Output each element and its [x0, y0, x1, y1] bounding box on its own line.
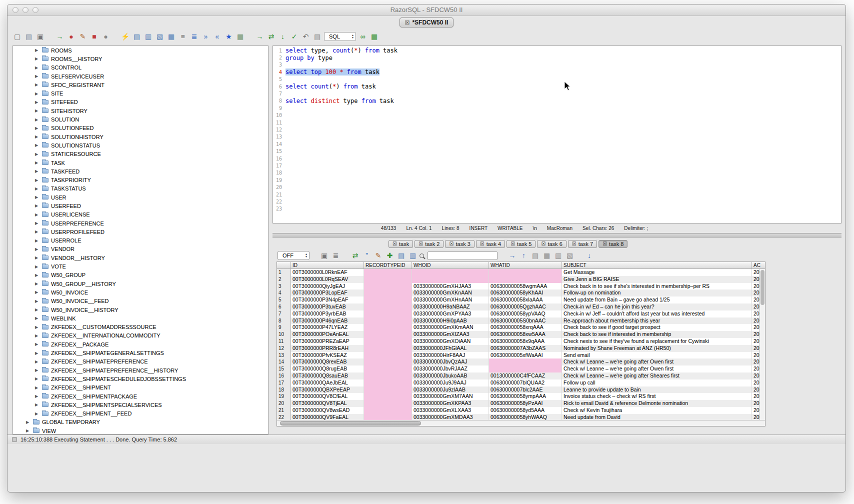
- indent-icon[interactable]: »: [201, 32, 210, 42]
- cell-whoid[interactable]: [412, 269, 489, 276]
- disclosure-triangle-icon[interactable]: ▶: [35, 412, 40, 416]
- tree-item-rooms[interactable]: ▶ROOMS: [13, 46, 268, 54]
- tree-item-selfserviceuser[interactable]: ▶SELFSERVICEUSER: [13, 72, 268, 80]
- cell-recordtypeid[interactable]: [364, 331, 412, 338]
- cell-id[interactable]: 00T3000000P3yrbEAB: [291, 310, 364, 318]
- cell-id[interactable]: 00T3000000L0RqSEAV: [291, 276, 364, 283]
- edit-cell-icon[interactable]: ✎: [374, 251, 383, 260]
- cell-whoid[interactable]: 0033000000HirF8AAJ: [412, 352, 489, 359]
- cell-id[interactable]: 00T3000000QV8TjEAL: [291, 400, 364, 407]
- cell-subject[interactable]: Check w/ Leanne – we're going after Owen…: [562, 366, 752, 372]
- cell-id[interactable]: 00T3000000PREZaEAP: [291, 338, 364, 345]
- cell-whatid[interactable]: 006300000058yPzAAI: [489, 400, 562, 407]
- disclosure-triangle-icon[interactable]: ▶: [35, 342, 40, 346]
- disclosure-triangle-icon[interactable]: ▶: [35, 376, 40, 381]
- tree-item-w50-invoice[interactable]: ▶W50_INVOICE: [13, 288, 268, 296]
- cell-subject[interactable]: Follow-up on nomination: [562, 290, 752, 296]
- max-rows-select[interactable]: OFF▴▾: [278, 251, 310, 260]
- save-results-icon[interactable]: ▣: [320, 251, 329, 260]
- disclosure-triangle-icon[interactable]: ▶: [35, 169, 40, 174]
- cell-whoid[interactable]: 0033000000JFhGlAAL: [412, 345, 489, 352]
- cell-whoid[interactable]: 0033000000JbvRJAAZ: [412, 366, 489, 372]
- tree-item-solutionstatus[interactable]: ▶SOLUTIONSTATUS: [13, 141, 268, 150]
- edit-connection-icon[interactable]: ✎: [78, 32, 88, 42]
- tree-item-userpreference[interactable]: ▶USERPREFERENCE: [13, 219, 268, 228]
- disconnect-icon[interactable]: ●: [66, 32, 76, 42]
- add-row-icon[interactable]: ✚: [385, 251, 394, 260]
- result-tab-task-3[interactable]: ☒task 3: [445, 240, 474, 248]
- disclosure-triangle-icon[interactable]: ▶: [35, 126, 40, 130]
- cell-whatid[interactable]: 006300000058x9qAAA: [489, 338, 562, 345]
- tree-item-taskstatus[interactable]: ▶TASKSTATUS: [13, 184, 268, 193]
- disclosure-triangle-icon[interactable]: ▶: [35, 299, 40, 304]
- cell-subject[interactable]: Rick to email David & reference Delmonte…: [562, 400, 752, 407]
- disclosure-triangle-icon[interactable]: ▶: [35, 308, 40, 312]
- cell-recordtypeid[interactable]: [364, 276, 412, 283]
- tree-item-userfeed[interactable]: ▶USERFEED: [13, 202, 268, 210]
- cell-recordtypeid[interactable]: [364, 283, 412, 290]
- cell-whatid[interactable]: 006300000058ympAAA: [489, 393, 562, 400]
- cell-whatid[interactable]: 006300000058xrqAAA: [489, 324, 562, 331]
- cell-subject[interactable]: Send email: [562, 352, 752, 359]
- tree-item-vendor-history[interactable]: ▶VENDOR__HISTORY: [13, 254, 268, 262]
- disclosure-triangle-icon[interactable]: ▶: [35, 256, 40, 260]
- disclosure-triangle-icon[interactable]: ▶: [35, 351, 40, 356]
- edit-query-icon[interactable]: ↑: [519, 251, 528, 260]
- cell-subject[interactable]: Check-in w/ Ed – can he join this year?: [562, 304, 752, 310]
- cell-recordtypeid[interactable]: [364, 386, 412, 394]
- cell-subject[interactable]: Invoice status check – check w/ RS first: [562, 393, 752, 400]
- cell-recordtypeid[interactable]: [364, 290, 412, 296]
- tree-item-zkfedex-shipmentpackage[interactable]: ▶ZKFEDEX__SHIPMENTPACKAGE: [13, 392, 268, 400]
- copy-cell-icon[interactable]: ▤: [396, 251, 406, 260]
- cell-id[interactable]: 00T3000000PfvKSEAZ: [291, 352, 364, 359]
- row-number[interactable]: 13: [277, 352, 291, 359]
- tree-item-task[interactable]: ▶TASK: [13, 158, 268, 167]
- column-header-recordtypeid[interactable]: RECORDTYPEID: [364, 262, 412, 268]
- cell-subject[interactable]: Check w/ Leanne – we're going after Owen…: [562, 358, 752, 366]
- cell-recordtypeid[interactable]: [364, 304, 412, 310]
- cell-subject[interactable]: Check-in w/ Jeff – couldn't afford last …: [562, 310, 752, 318]
- execute-icon[interactable]: →: [255, 32, 264, 42]
- disclosure-triangle-icon[interactable]: ▶: [35, 204, 40, 208]
- describe-icon[interactable]: ≡: [178, 32, 188, 42]
- cell-whatid[interactable]: 006300000058xw5AAA: [489, 331, 562, 338]
- tree-item-zkfedex-shipmentspecialservices[interactable]: ▶ZKFEDEX__SHIPMENTSPECIALSERVICES: [13, 400, 268, 409]
- tree-item-zkfedex-internationalcommodity[interactable]: ▶ZKFEDEX__INTERNATIONALCOMMODITY: [13, 332, 268, 340]
- vertical-scroll-thumb[interactable]: [760, 270, 764, 305]
- disclosure-triangle-icon[interactable]: ▶: [35, 108, 40, 113]
- column-header-subject[interactable]: SUBJECT: [562, 262, 752, 268]
- tree-item-userprofilefeed[interactable]: ▶USERPROFILEFEED: [13, 228, 268, 236]
- disclosure-triangle-icon[interactable]: ▶: [35, 152, 40, 156]
- row-number[interactable]: 5: [277, 296, 291, 304]
- cell-whatid[interactable]: 006300000058xlaAAA: [489, 296, 562, 304]
- result-tab-task-5[interactable]: ☒task 5: [506, 240, 536, 248]
- result-tab-task-4[interactable]: ☒task 4: [476, 240, 505, 248]
- cell-subject[interactable]: Nominated by Shane Freeman at ANZ (HR50): [562, 345, 752, 352]
- export-results-icon[interactable]: ▥: [554, 251, 563, 260]
- row-number[interactable]: 4: [277, 290, 291, 296]
- tree-item-sfdc-registrant[interactable]: ▶SFDC_REGISTRANT: [13, 80, 268, 89]
- column-header-whatid[interactable]: WHATID: [489, 262, 562, 268]
- cell-whoid[interactable]: 0033000000GmXLXAA3: [412, 407, 489, 414]
- cell-id[interactable]: 00T3000000P3LopEAF: [291, 290, 364, 296]
- row-number[interactable]: 14: [277, 358, 291, 366]
- disclosure-triangle-icon[interactable]: ▶: [35, 334, 40, 338]
- cell-subject[interactable]: Check back in to see if she's interested…: [562, 283, 752, 290]
- sort-filter-icon[interactable]: ≣: [331, 251, 340, 260]
- tree-item-userrole[interactable]: ▶USERROLE: [13, 236, 268, 245]
- result-tab-task-8[interactable]: ☒task 8: [598, 240, 628, 248]
- cell-whatid[interactable]: 00630000007A3bZAAS: [489, 345, 562, 352]
- cell-whatid[interactable]: [489, 366, 562, 372]
- disclosure-triangle-icon[interactable]: ▶: [35, 386, 40, 390]
- cell-recordtypeid[interactable]: [364, 352, 412, 359]
- tree-item-vote[interactable]: ▶VOTE: [13, 262, 268, 270]
- cell-recordtypeid[interactable]: [364, 407, 412, 414]
- tree-item-solutionhistory[interactable]: ▶SOLUTIONHISTORY: [13, 132, 268, 141]
- cell-recordtypeid[interactable]: [364, 324, 412, 331]
- row-number[interactable]: 10: [277, 331, 291, 338]
- view-text-icon[interactable]: ▤: [530, 251, 540, 260]
- document-tab[interactable]: ☒ *SFDCW50 II: [400, 18, 454, 28]
- disclosure-triangle-icon[interactable]: ▶: [26, 420, 30, 424]
- close-tab-icon[interactable]: ☒: [572, 241, 576, 246]
- cell-id[interactable]: 00T3000000Q8rugEAB: [291, 366, 364, 372]
